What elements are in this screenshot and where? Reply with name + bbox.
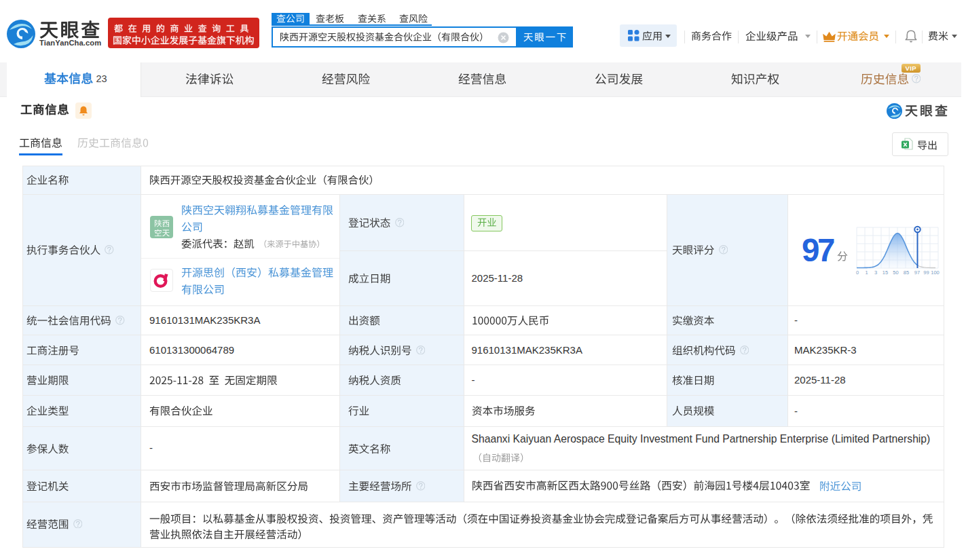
svg-text:0: 0 — [856, 269, 859, 276]
svg-text:15: 15 — [883, 269, 888, 276]
svg-text:97: 97 — [914, 269, 920, 276]
svg-text:85: 85 — [904, 269, 909, 276]
svg-text:100: 100 — [931, 269, 940, 276]
svg-text:1: 1 — [865, 269, 868, 276]
svg-text:99: 99 — [923, 269, 929, 276]
svg-text:3: 3 — [874, 269, 877, 276]
svg-text:50: 50 — [893, 269, 898, 276]
